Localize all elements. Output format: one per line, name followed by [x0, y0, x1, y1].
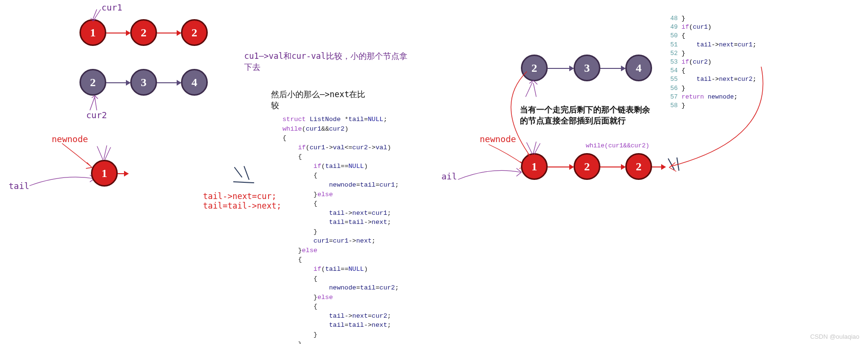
node-list1-1: 1 [79, 19, 106, 46]
arrow-list1-a [106, 33, 130, 33]
code-main: struct ListNode *tail=NULL;while(cur1&&c… [282, 115, 399, 344]
ail-right-label: ail [441, 171, 457, 181]
cur1-arrow-icon [86, 9, 110, 23]
newnode-arrow-icon [57, 143, 96, 171]
scribble-single-top-icon [93, 145, 117, 162]
watermark: CSDN @oulaqiao [810, 333, 859, 340]
node-single: 1 [91, 160, 118, 187]
arrow-list1-b [157, 33, 181, 33]
arrow-single [118, 173, 128, 174]
desc-next: 然后小的那么—>next在比 较 [271, 89, 365, 111]
code-right-numbered: 48}49if(cur1)50{51 tail->next=cur1;52}53… [670, 14, 756, 110]
node-list2-1: 2 [79, 69, 106, 96]
tail-left-label: tail [9, 181, 29, 191]
tail-ops-label: tail->next=cur; tail=tail->next; [203, 191, 282, 211]
node-list1-2: 2 [130, 19, 157, 46]
cur2-arrow-icon [85, 95, 109, 113]
node-list2-3: 4 [181, 69, 208, 96]
node-list1-3: 2 [181, 19, 208, 46]
arrow-list2-a [106, 82, 130, 83]
arrow-list2-b [157, 82, 181, 83]
node-list2-2: 3 [130, 69, 157, 96]
desc-compare: cu1—>val和cur-val比较，小的那个节点拿 下去 [244, 51, 407, 73]
glyph-icon [230, 163, 259, 187]
tail-arrow-icon [29, 171, 96, 195]
